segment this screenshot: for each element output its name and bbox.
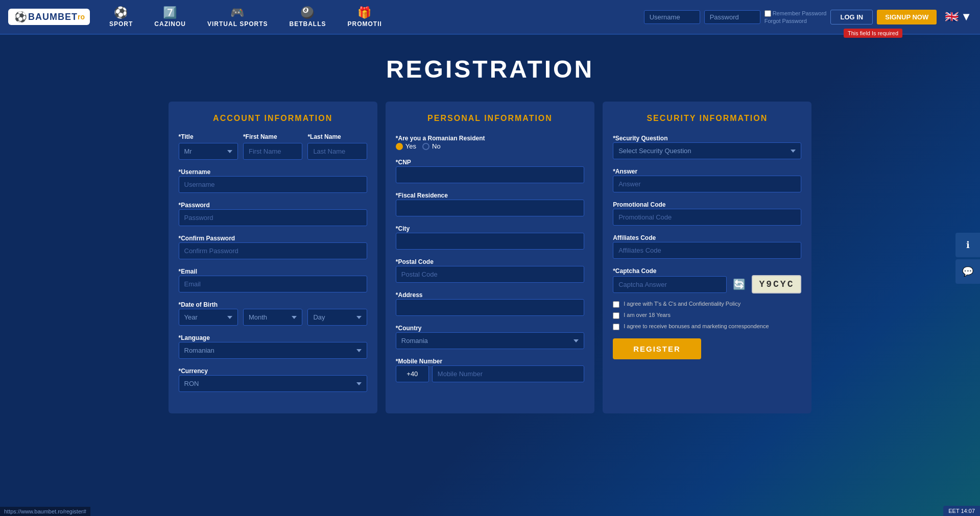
affiliates-label: Affiliates Code [613, 234, 656, 241]
city-field[interactable] [396, 233, 584, 250]
language-field-group: *Language Romanian English [179, 333, 367, 359]
age-checkbox[interactable] [613, 312, 619, 319]
password-input[interactable] [704, 10, 760, 24]
footer-time: EET 14:07 [943, 506, 980, 516]
country-field-group: *Country Romania [396, 323, 584, 349]
sidebar-item-sport[interactable]: ⚽ SPORT [100, 3, 142, 31]
year-select[interactable]: Year [179, 309, 238, 326]
password-field[interactable] [179, 209, 367, 226]
password-label: *Password [179, 202, 210, 209]
captcha-group: *Captcha Code 🔄 Y9CYC [613, 266, 801, 293]
security-section: SECURITY INFORMATION *Security Question … [603, 102, 811, 413]
logo-area[interactable]: ⚽ BAUMBET ro [8, 9, 90, 25]
answer-label: *Answer [613, 168, 637, 175]
sidebar-item-promotii[interactable]: 🎁 PROMOTII [338, 3, 391, 31]
currency-select[interactable]: RON EUR [179, 375, 367, 392]
remember-forgot-area: Remember Password Forgot Password [764, 10, 827, 24]
yes-label: Yes [405, 142, 416, 150]
chat-button[interactable]: 💬 [955, 259, 980, 284]
logo-box: ⚽ BAUMBET ro [8, 9, 90, 25]
promotii-icon: 🎁 [357, 6, 372, 19]
city-field-group: *City [396, 224, 584, 250]
security-question-select[interactable]: Select Security Question [613, 142, 801, 159]
title-select[interactable]: Mr Mrs Ms Dr [179, 143, 238, 160]
navbar: ⚽ BAUMBET ro ⚽ SPORT 7️⃣ CAZINOU 🎮 VIRTU… [0, 0, 980, 35]
fiscal-field[interactable] [396, 200, 584, 216]
day-select[interactable]: Day [307, 309, 367, 326]
month-select[interactable]: Month [243, 309, 302, 326]
language-selector[interactable]: 🇬🇧 ▼ [945, 10, 972, 23]
tnc-checkbox[interactable] [613, 301, 619, 308]
postal-label: *Postal Code [396, 258, 434, 265]
tnc-label: I agree with T's & C's and Confidentiali… [624, 301, 740, 307]
marketing-checkbox-label[interactable]: I agree to receive bonuses and marketing… [613, 323, 801, 330]
promo-code-field[interactable] [613, 209, 801, 226]
tnc-checkbox-label[interactable]: I agree with T's & C's and Confidentiali… [613, 301, 801, 308]
forgot-password-link[interactable]: Forgot Password [764, 18, 827, 24]
sport-icon: ⚽ [114, 6, 128, 19]
remember-label[interactable]: Remember Password [764, 10, 827, 17]
sidebar-item-betballs[interactable]: 🎱 BETBALLS [280, 3, 335, 31]
captcha-refresh-button[interactable]: 🔄 [731, 276, 748, 292]
nav-items: ⚽ SPORT 7️⃣ CAZINOU 🎮 VIRTUAL SPORTS 🎱 B… [100, 3, 644, 31]
romanian-resident-radio-group: Yes No [396, 142, 584, 150]
no-radio-icon [422, 143, 429, 150]
betballs-icon: 🎱 [300, 6, 315, 19]
username-field[interactable] [179, 176, 367, 193]
captcha-answer-field[interactable] [613, 276, 727, 293]
affiliates-code-group: Affiliates Code [613, 233, 801, 259]
cnp-label: *CNP [396, 159, 411, 166]
page-title: REGISTRATION [10, 55, 970, 83]
address-field[interactable] [396, 299, 584, 316]
info-button[interactable]: ℹ [955, 233, 980, 257]
title-field-group: *Title Mr Mrs Ms Dr [179, 133, 238, 160]
signup-button[interactable]: SIGNUP NOW [877, 10, 937, 24]
security-question-label: *Security Question [613, 135, 667, 142]
romanian-resident-group: *Are you a Romanian Resident Yes No [396, 133, 584, 150]
betballs-label: BETBALLS [289, 20, 326, 28]
yes-radio-icon [396, 143, 403, 150]
cnp-field[interactable] [396, 166, 584, 183]
personal-section: PERSONAL INFORMATION *Are you a Romanian… [386, 102, 594, 413]
promotii-label: PROMOTII [347, 20, 381, 28]
country-select[interactable]: Romania [396, 332, 584, 349]
fiscal-label: *Fiscal Residence [396, 192, 448, 199]
sidebar-item-cazinou[interactable]: 7️⃣ CAZINOU [145, 3, 195, 31]
account-section-title: ACCOUNT INFORMATION [179, 114, 367, 123]
username-field-group: *Username [179, 167, 367, 193]
remember-checkbox[interactable] [764, 10, 771, 17]
register-button[interactable]: REGISTER [613, 338, 701, 359]
postal-field[interactable] [396, 266, 584, 283]
logo-ball-icon: ⚽ [14, 11, 27, 23]
affiliates-field[interactable] [613, 242, 801, 259]
login-button[interactable]: LOG IN [830, 10, 873, 24]
marketing-label: I agree to receive bonuses and marketing… [624, 323, 769, 329]
sport-label: SPORT [109, 20, 133, 28]
confirm-password-field[interactable] [179, 242, 367, 259]
address-label: *Address [396, 291, 423, 299]
last-name-input[interactable] [307, 143, 367, 160]
phone-prefix[interactable] [396, 365, 429, 382]
answer-field[interactable] [613, 176, 801, 192]
language-select[interactable]: Romanian English [179, 342, 367, 359]
username-input[interactable] [644, 10, 700, 24]
postal-field-group: *Postal Code [396, 257, 584, 283]
sidebar-item-virtual-sports[interactable]: 🎮 VIRTUAL SPORTS [198, 3, 277, 31]
username-label: *Username [179, 168, 211, 176]
no-radio-label[interactable]: No [422, 142, 441, 150]
phone-number-field[interactable] [432, 365, 584, 382]
yes-radio-label[interactable]: Yes [396, 142, 416, 150]
email-field[interactable] [179, 276, 367, 292]
security-section-title: SECURITY INFORMATION [613, 114, 801, 123]
marketing-checkbox[interactable] [613, 324, 619, 330]
logo-text: BAUMBET [28, 12, 78, 22]
side-buttons: ℹ 💬 [955, 233, 980, 284]
phone-row [396, 365, 584, 382]
captcha-row: 🔄 Y9CYC [613, 275, 801, 293]
first-name-input[interactable] [243, 143, 302, 160]
mobile-field-group: *Mobile Number [396, 356, 584, 382]
address-field-group: *Address [396, 290, 584, 316]
promo-code-label: Promotional Code [613, 201, 665, 208]
age-checkbox-label[interactable]: I am over 18 Years [613, 312, 801, 319]
last-name-field-group: *Last Name [307, 133, 367, 160]
